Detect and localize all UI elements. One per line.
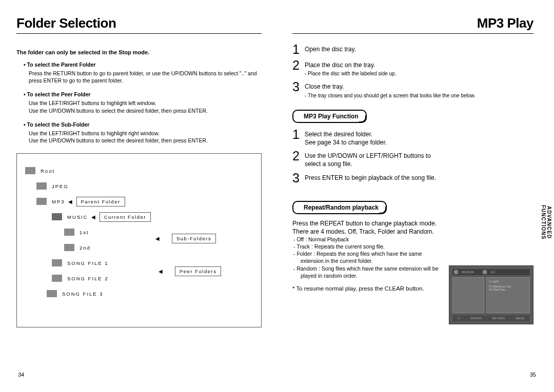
step-subnote: - The tray closes and you should get a s… <box>305 93 476 98</box>
tree-song2: SONG FILE 2 <box>67 276 109 281</box>
repeat-mode-folder: - Folder : Repeats the song files which … <box>293 250 451 257</box>
folder-icon <box>36 182 47 190</box>
bullet-body-sub: Use the LEFT/RIGHT buttons to highlight … <box>29 130 262 144</box>
page-title-left: Folder Selection <box>16 15 262 31</box>
folder-tree-diagram: Root JPEG MP3 ◀ Parent Folder MUSIC ◀ Cu… <box>16 153 262 327</box>
pill-repeat-random: Repeat/Random playback <box>292 201 387 214</box>
step-text: Open the disc tray. <box>305 43 356 53</box>
folder-icon <box>52 213 62 220</box>
folder-intro: The folder can only be selected in the S… <box>16 49 262 55</box>
title-rule-left <box>16 33 262 34</box>
tree-music: MUSIC <box>67 214 88 220</box>
folder-icon <box>64 244 74 251</box>
player-screenshot: 00:00:23 1/1 .. 1_mp3 01 Because You 02 … <box>449 265 533 324</box>
folder-icon <box>52 275 62 282</box>
step-number: 1 <box>292 43 305 56</box>
bullet-title-sub: To select the Sub-Folder <box>24 121 262 128</box>
repeat-mode-track: - Track : Repeats the current song file. <box>293 243 451 250</box>
bullet-title-parent: To select the Parent Folder <box>24 61 262 68</box>
repeat-mode-random: - Random : Song files which have the sam… <box>293 265 451 272</box>
tree-mp3: MP3 <box>52 199 65 204</box>
tree-2nd: 2nd <box>80 245 91 251</box>
step-subnote: - Place the disc with the labeled side u… <box>305 71 396 76</box>
folder-icon <box>52 259 62 266</box>
callout-sub: Sub-Folders <box>172 234 216 243</box>
tree-root: Root <box>41 168 55 174</box>
step-number: 2 <box>292 150 305 162</box>
step-text: Place the disc on the tray. <box>305 61 375 69</box>
step-text: Select the desired folder. See page 34 t… <box>305 128 387 147</box>
callout-parent: Parent Folder <box>76 197 125 207</box>
arrow-left-icon: ◀ <box>91 214 96 220</box>
folder-icon <box>64 229 74 236</box>
folder-icon <box>25 167 35 174</box>
tree-song3: SONG FILE 3 <box>62 291 104 297</box>
tree-jpeg: JPEG <box>52 183 69 189</box>
folder-icon <box>47 290 57 297</box>
bullet-body-peer: Use the LEFT/RIGHT buttons to highlight … <box>29 99 262 114</box>
repeat-mode-off: - Off : Normal Playback <box>293 236 451 243</box>
step-text: Use the UP/DOWN or LEFT/RIGHT buttons to… <box>305 150 443 168</box>
pill-mp3-play-function: MP3 Play Function <box>292 110 367 123</box>
folder-icon <box>36 198 47 205</box>
step-number: 1 <box>292 128 305 141</box>
step-number: 3 <box>292 80 305 93</box>
bullet-title-peer: To select the Peer Folder <box>24 91 262 97</box>
step-number: 3 <box>292 172 305 184</box>
step-number: 2 <box>292 59 305 72</box>
repeat-mode-random-cont: played in random order. <box>301 272 451 279</box>
callout-peer: Peer Folders <box>175 266 221 276</box>
arrow-left-icon: ◀ <box>155 236 161 241</box>
bullet-body-parent: Press the RETURN button to go to parent … <box>29 70 262 84</box>
arrow-left-icon: ◀ <box>159 269 164 274</box>
tree-song1: SONG FILE 1 <box>67 260 109 266</box>
callout-current: Current Folder <box>100 212 151 222</box>
repeat-intro: Press the REPEAT button to change playba… <box>292 219 451 236</box>
page-title-right: MP3 Play <box>292 15 533 31</box>
title-rule-right <box>292 33 533 34</box>
step-text: Close the tray. <box>305 83 344 90</box>
arrow-left-icon: ◀ <box>68 199 73 204</box>
repeat-mode-folder-cont: extension in the current folder. <box>301 257 451 264</box>
play-steps: 1 Select the desired folder. See page 34… <box>292 128 533 184</box>
load-steps: 1 Open the disc tray. 2 Place the disc o… <box>292 43 533 99</box>
resume-note: * To resume normal play, press the CLEAR… <box>292 285 451 292</box>
side-tab-advanced-functions: ADVANCED FUNCTIONS <box>541 205 552 239</box>
tree-1st: 1st <box>80 230 89 235</box>
page-number-left: 34 <box>18 372 24 378</box>
page-number-right: 35 <box>530 372 536 378</box>
step-text: Press ENTER to begin playback of the son… <box>305 172 436 182</box>
